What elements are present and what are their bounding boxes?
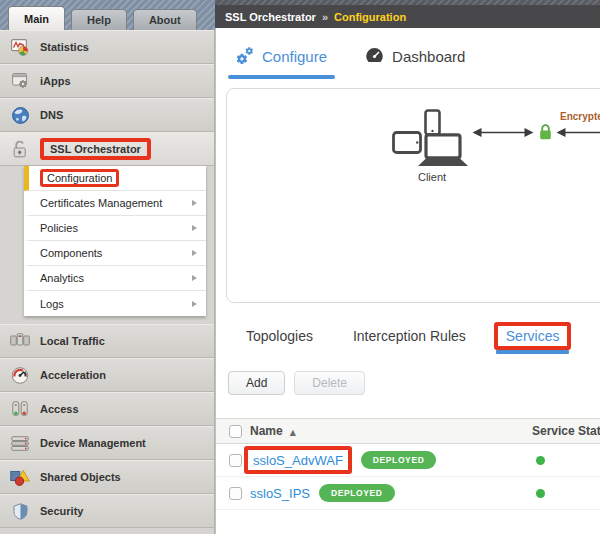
status-dot-green xyxy=(536,456,545,465)
ssl-orchestrator-submenu: Configuration Certificates Management Po… xyxy=(24,166,206,316)
submenu-item-label: Configuration xyxy=(47,172,112,184)
access-towers-icon xyxy=(9,400,31,418)
sidebar-item-label: Device Management xyxy=(40,437,146,449)
laptop-icon xyxy=(415,133,471,171)
select-all-checkbox[interactable] xyxy=(229,425,242,438)
annotation-box-sslos-advwaf: ssloS_AdvWAF xyxy=(244,446,352,474)
sort-asc-icon: ▲ xyxy=(290,428,296,437)
client-label: Client xyxy=(402,171,462,183)
iapps-window-icon xyxy=(9,73,31,89)
globe-icon xyxy=(9,107,31,124)
chevron-right-icon xyxy=(192,250,197,256)
section-tab-label: Services xyxy=(506,328,560,344)
row-checkbox[interactable] xyxy=(229,487,242,500)
submenu-item-label: Policies xyxy=(40,222,78,234)
statistics-chart-icon xyxy=(9,39,31,56)
sidebar-item-label: SSL Orchestrator xyxy=(50,143,141,155)
submenu-item-analytics[interactable]: Analytics xyxy=(24,266,206,291)
tab-help[interactable]: Help xyxy=(71,9,127,30)
chevron-right-icon xyxy=(192,301,197,307)
submenu-item-certificates-management[interactable]: Certificates Management xyxy=(24,191,206,216)
add-button[interactable]: Add xyxy=(228,371,285,395)
sidebar-item-shared-objects[interactable]: Shared Objects xyxy=(0,460,214,494)
view-tab-label: Configure xyxy=(262,48,327,65)
top-bar: Main Help About SSL Orchestrator » Confi… xyxy=(0,0,600,30)
breadcrumb-page: Configuration xyxy=(334,11,406,23)
servers-icon xyxy=(9,333,31,349)
submenu-item-label: Certificates Management xyxy=(40,197,162,209)
annotation-box-services: Services xyxy=(494,322,572,350)
sidebar-item-local-traffic[interactable]: Local Traffic xyxy=(0,324,214,358)
breadcrumb-banner: SSL Orchestrator » Configuration xyxy=(215,0,600,30)
bidirectional-arrow-icon xyxy=(472,125,534,143)
submenu-item-components[interactable]: Components xyxy=(24,241,206,266)
sidebar-nav: Statistics iApps xyxy=(0,30,215,534)
sidebar-item-device-management[interactable]: Device Management xyxy=(0,426,214,460)
sidebar-item-security[interactable]: Security xyxy=(0,494,214,528)
chevron-right-icon xyxy=(192,200,197,206)
sidebar-item-label: Access xyxy=(40,403,79,415)
sidebar-item-access[interactable]: Access xyxy=(0,392,214,426)
service-link[interactable]: ssloS_AdvWAF xyxy=(253,453,343,468)
sidebar-item-label: iApps xyxy=(40,75,71,87)
services-table: Name▲ Service Stat ssloS_AdvWAF DEPLOYED… xyxy=(216,418,600,510)
tab-topologies[interactable]: Topologies xyxy=(246,328,313,344)
speedometer-icon xyxy=(9,367,31,384)
tab-configure[interactable]: Configure xyxy=(228,40,335,79)
shield-icon xyxy=(9,503,31,520)
annotation-box-ssl-orchestrator: SSL Orchestrator xyxy=(40,138,151,160)
padlock-open-icon xyxy=(9,140,31,158)
active-tab-underline xyxy=(496,350,570,354)
status-dot-green xyxy=(536,489,545,498)
sidebar-item-statistics[interactable]: Statistics xyxy=(0,30,214,64)
submenu-item-configuration[interactable]: Configuration xyxy=(24,166,206,191)
submenu-item-label: Components xyxy=(40,247,102,259)
view-tab-label: Dashboard xyxy=(392,48,465,65)
submenu-item-logs[interactable]: Logs xyxy=(24,291,206,316)
sidebar-item-iapps[interactable]: iApps xyxy=(0,64,214,98)
left-arrow-icon xyxy=(556,125,600,143)
tab-about[interactable]: About xyxy=(133,9,197,30)
shapes-icon xyxy=(9,469,31,486)
view-tab-bar: Configure Dashboard xyxy=(228,40,473,79)
table-header-row: Name▲ Service Stat xyxy=(216,418,600,444)
device-stack-icon xyxy=(9,436,31,451)
gears-icon xyxy=(236,46,254,67)
service-link[interactable]: ssloS_IPS xyxy=(250,486,310,501)
main-content: Configure Dashboard xyxy=(215,28,600,534)
table-row-sslos-ips: ssloS_IPS DEPLOYED xyxy=(216,477,600,510)
sidebar-item-label: Security xyxy=(40,505,83,517)
sidebar-item-label: Statistics xyxy=(40,41,89,53)
section-tab-bar: Topologies Interception Rules Services xyxy=(216,318,600,354)
tab-dashboard[interactable]: Dashboard xyxy=(357,40,473,79)
tab-interception-rules[interactable]: Interception Rules xyxy=(353,328,466,344)
topology-diagram-panel: Client Encrypted xyxy=(226,88,600,303)
sidebar-item-acceleration[interactable]: Acceleration xyxy=(0,358,214,392)
sidebar-item-dns[interactable]: DNS xyxy=(0,98,214,132)
chevron-right-icon xyxy=(192,275,197,281)
sidebar-item-label: Local Traffic xyxy=(40,335,105,347)
tab-main[interactable]: Main xyxy=(8,6,65,30)
submenu-item-label: Logs xyxy=(40,298,64,310)
deployed-badge: DEPLOYED xyxy=(319,484,395,502)
dashboard-gauge-icon xyxy=(365,47,384,67)
top-tab-strip: Main Help About xyxy=(0,0,215,30)
row-checkbox[interactable] xyxy=(229,454,242,467)
tab-services[interactable]: Services xyxy=(494,322,572,350)
column-header-name[interactable]: Name▲ xyxy=(250,424,532,438)
submenu-item-policies[interactable]: Policies xyxy=(24,216,206,241)
delete-button[interactable]: Delete xyxy=(294,371,365,395)
deployed-badge: DEPLOYED xyxy=(361,451,437,469)
column-header-service-status[interactable]: Service Stat xyxy=(532,424,600,438)
breadcrumb-separator: » xyxy=(322,11,328,23)
sidebar-item-label: Acceleration xyxy=(40,369,106,381)
breadcrumb-section: SSL Orchestrator xyxy=(225,11,316,23)
table-toolbar: Add Delete xyxy=(228,371,365,395)
breadcrumb: SSL Orchestrator » Configuration xyxy=(215,5,600,28)
table-row-sslos-advwaf: ssloS_AdvWAF DEPLOYED xyxy=(216,444,600,477)
chevron-right-icon xyxy=(192,225,197,231)
app-window: Main Help About SSL Orchestrator » Confi… xyxy=(0,0,600,534)
sidebar-item-ssl-orchestrator[interactable]: SSL Orchestrator xyxy=(0,132,214,166)
submenu-item-label: Analytics xyxy=(40,272,84,284)
encrypted-label: Encrypted xyxy=(560,111,600,122)
